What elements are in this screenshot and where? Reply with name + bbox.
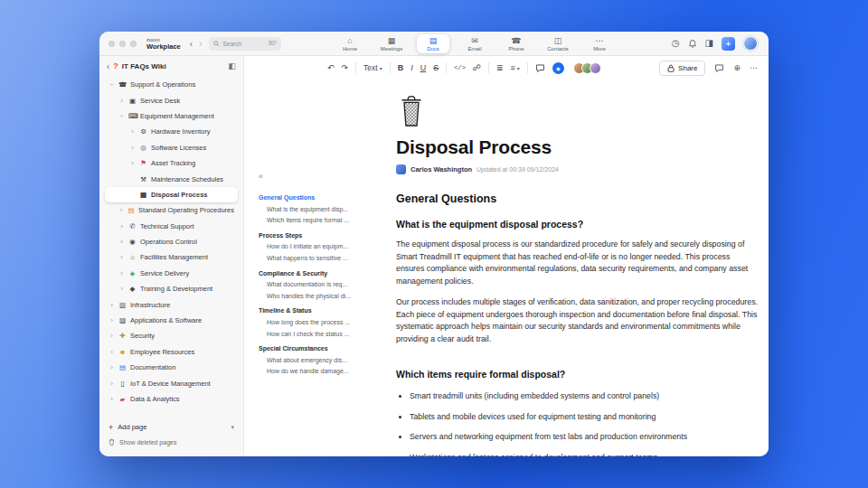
toc-item-which-items[interactable]: Which items require formal ... bbox=[259, 215, 353, 227]
italic-button[interactable]: I bbox=[410, 63, 413, 72]
sidebar-item-hardware-inventory[interactable]: › ⚙ Hardware Inventory bbox=[105, 124, 238, 139]
sidebar-item-documentation[interactable]: › ▤ Documentation bbox=[105, 360, 238, 375]
paragraph-2[interactable]: Our process includes multiple stages of … bbox=[396, 296, 758, 345]
bullet-list-button[interactable]: ≣ bbox=[496, 63, 504, 72]
chevron-right-icon[interactable]: › bbox=[108, 316, 115, 324]
underline-button[interactable]: U bbox=[420, 63, 427, 72]
text-style-dropdown[interactable]: Text ▾ bbox=[363, 63, 382, 72]
sidebar-item-infrastructure[interactable]: › ▥ Infrastructure bbox=[105, 296, 238, 312]
outline-collapse-icon[interactable]: « bbox=[259, 172, 263, 181]
sidebar-item-security[interactable]: › ✚ Security bbox=[105, 328, 238, 343]
search-input[interactable]: Search ⌘F bbox=[209, 37, 281, 51]
sidebar-back-icon[interactable]: ‹ bbox=[107, 61, 109, 71]
tab-more[interactable]: ⋯ More bbox=[583, 34, 616, 53]
chevron-right-icon[interactable]: › bbox=[108, 301, 115, 309]
sidebar-item-maintenance-schedules[interactable]: › ⚒ Maintenance Schedules bbox=[105, 171, 238, 186]
sidebar-item-training-development[interactable]: › ◆ Training & Development bbox=[105, 281, 238, 296]
back-icon[interactable]: ‹ bbox=[190, 39, 193, 49]
tab-email[interactable]: ✉ Email bbox=[458, 34, 491, 53]
close-button[interactable] bbox=[108, 41, 115, 47]
chevron-right-icon[interactable]: › bbox=[108, 380, 115, 388]
code-button[interactable]: </> bbox=[454, 64, 466, 71]
chevron-down-icon[interactable]: › bbox=[118, 113, 126, 119]
add-page-button[interactable]: + Add page ▾ bbox=[105, 419, 238, 435]
sidebar-item-software-licenses[interactable]: › ◎ Software Licenses bbox=[105, 140, 238, 155]
sidebar-item-support-operations[interactable]: › ☎ Support & Operations bbox=[105, 77, 238, 92]
toc-item-what-is-disposal[interactable]: What is the equipment disp... bbox=[259, 204, 353, 216]
forward-icon[interactable]: › bbox=[199, 39, 202, 49]
sidebar-collapse-icon[interactable]: ◧ bbox=[228, 61, 236, 70]
toc-section-timeline-status[interactable]: Timeline & Status bbox=[259, 305, 353, 317]
globe-icon[interactable]: ⊕ bbox=[733, 63, 741, 72]
toc-item-who-handles[interactable]: Who handles the physical di... bbox=[259, 291, 353, 303]
zoom-button[interactable] bbox=[130, 41, 137, 47]
sidebar-item-iot-device-management[interactable]: › ▯ IoT & Device Management bbox=[105, 375, 238, 390]
chevron-right-icon[interactable]: › bbox=[118, 97, 125, 105]
sidebar-item-technical-support[interactable]: › ✆ Technical Support bbox=[105, 219, 238, 234]
tab-phone[interactable]: ☎ Phone bbox=[500, 34, 533, 53]
more-options-button[interactable]: ⋯ bbox=[750, 63, 758, 72]
chevron-right-icon[interactable]: › bbox=[129, 127, 136, 136]
sidebar-item-employee-resources[interactable]: › ☻ Employee Resources bbox=[105, 344, 238, 360]
sidebar-item-equipment-management[interactable]: › ⌨ Equipment Management bbox=[105, 108, 238, 124]
undo-button[interactable]: ↶ bbox=[327, 63, 335, 72]
chevron-right-icon[interactable]: › bbox=[108, 348, 115, 356]
chevron-down-icon[interactable]: › bbox=[108, 81, 116, 88]
sidebar-item-service-desk[interactable]: › ▣ Service Desk bbox=[105, 92, 238, 108]
minimize-button[interactable] bbox=[119, 41, 126, 47]
tab-docs[interactable]: ▤ Docs bbox=[417, 34, 449, 53]
align-button[interactable]: ≡ ▾ bbox=[511, 63, 520, 72]
doc-title[interactable]: Disposal Process bbox=[396, 136, 758, 158]
toc-section-compliance-security[interactable]: Compliance & Security bbox=[259, 268, 353, 280]
user-avatar[interactable] bbox=[743, 36, 758, 51]
toc-section-general-questions[interactable]: General Questions bbox=[259, 192, 353, 204]
list-item[interactable]: Tablets and mobile devices used for equi… bbox=[410, 412, 758, 421]
list-item[interactable]: Workstations and laptops assigned to dev… bbox=[410, 453, 758, 457]
section-heading[interactable]: General Questions bbox=[396, 192, 758, 205]
tab-home[interactable]: ⌂ Home bbox=[334, 34, 366, 53]
chevron-right-icon[interactable]: › bbox=[118, 269, 125, 277]
list-item[interactable]: Servers and networking equipment from te… bbox=[410, 432, 758, 441]
chevron-right-icon[interactable]: › bbox=[108, 332, 115, 340]
strikethrough-button[interactable]: S bbox=[433, 63, 439, 72]
toc-item-documentation[interactable]: What documentation is req... bbox=[259, 279, 353, 291]
chevron-right-icon[interactable]: › bbox=[108, 363, 115, 371]
sidebar-item-operations-control[interactable]: › ◉ Operations Control bbox=[105, 234, 238, 249]
chevron-right-icon[interactable]: › bbox=[129, 144, 136, 152]
bold-button[interactable]: B bbox=[398, 63, 404, 72]
link-button[interactable]: ☍ bbox=[473, 63, 481, 72]
doc-content[interactable]: Disposal Process Carlos Washington Updat… bbox=[396, 94, 758, 456]
sidebar-item-asset-tracking[interactable]: › ⚑ Asset Tracking bbox=[105, 155, 238, 171]
toc-item-damage[interactable]: How do we handle damage... bbox=[259, 366, 353, 378]
paragraph-1[interactable]: The equipment disposal process is our st… bbox=[396, 239, 758, 287]
collaborator-avatar[interactable] bbox=[590, 62, 601, 74]
sidebar-item-facilities-management[interactable]: › ⌂ Facilities Management bbox=[105, 249, 238, 265]
chevron-down-icon[interactable]: ▾ bbox=[231, 424, 234, 431]
chevron-right-icon[interactable]: › bbox=[129, 159, 136, 167]
question-heading-1[interactable]: What is the equipment disposal process? bbox=[396, 219, 758, 230]
toc-item-check-status[interactable]: How can I check the status ... bbox=[259, 329, 353, 341]
sidebar-item-disposal-process[interactable]: › ▦ Disposal Process bbox=[105, 187, 238, 202]
toc-item-how-long[interactable]: How long does the process ... bbox=[259, 317, 353, 329]
toc-section-special-circumstances[interactable]: Special Circumstances bbox=[259, 343, 353, 355]
question-heading-2[interactable]: Which items require formal disposal? bbox=[396, 369, 758, 380]
document-canvas[interactable]: « General Questions What is the equipmen… bbox=[244, 80, 769, 456]
ai-companion-button[interactable]: ◆ bbox=[552, 62, 564, 74]
chevron-right-icon[interactable]: › bbox=[118, 238, 125, 246]
share-button[interactable]: Share bbox=[659, 61, 705, 76]
show-deleted-pages-button[interactable]: Show deleted pages bbox=[105, 435, 238, 449]
toc-item-how-initiate[interactable]: How do I initiate an equipm... bbox=[259, 241, 353, 253]
tab-meetings[interactable]: ▦ Meetings bbox=[375, 34, 408, 53]
chevron-right-icon[interactable]: › bbox=[118, 222, 125, 230]
chevron-right-icon[interactable]: › bbox=[118, 253, 125, 261]
chevron-right-icon[interactable]: › bbox=[108, 395, 115, 403]
sidebar-item-service-delivery[interactable]: › ◈ Service Delivery bbox=[105, 266, 238, 281]
new-plus-button[interactable]: + bbox=[722, 37, 735, 51]
collaborator-avatars[interactable] bbox=[573, 62, 601, 74]
comment-button[interactable] bbox=[535, 63, 545, 73]
chat-bubble-icon[interactable] bbox=[714, 63, 724, 73]
sidebar-item-standard-operating-procedures[interactable]: › ▤ Standard Operating Procedures bbox=[105, 202, 238, 218]
clock-icon[interactable]: ◷ bbox=[672, 39, 680, 48]
notifications-bell-icon[interactable] bbox=[688, 39, 697, 49]
toc-item-emergency[interactable]: What about emergency dis... bbox=[259, 355, 353, 367]
